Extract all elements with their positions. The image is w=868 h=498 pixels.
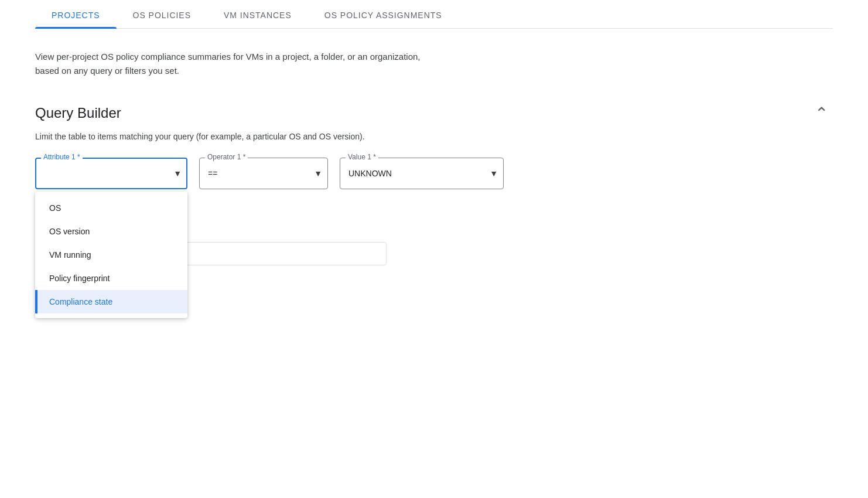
operator1-label: Operator 1 * — [205, 153, 248, 161]
tab-os-policies[interactable]: OS POLICIES — [117, 0, 207, 28]
dropdown-item-os[interactable]: OS — [35, 196, 187, 220]
dropdown-item-vm-running[interactable]: VM running — [35, 243, 187, 267]
attribute1-select[interactable] — [35, 158, 187, 189]
page-description: View per-project OS policy compliance su… — [35, 50, 445, 78]
query-builder-description: Limit the table to items matching your q… — [35, 132, 833, 141]
selected-bar — [35, 290, 37, 313]
value1-select-wrapper: UNKNOWN ▼ — [340, 158, 504, 189]
dropdown-item-policy-fingerprint[interactable]: Policy fingerprint — [35, 267, 187, 290]
attribute1-select-wrapper: ▼ OS OS version VM running Pol — [35, 158, 187, 189]
tab-vm-instances[interactable]: VM INSTANCES — [207, 0, 308, 28]
tab-os-policy-assignments[interactable]: OS POLICY ASSIGNMENTS — [308, 0, 459, 28]
value1-select[interactable]: UNKNOWN — [340, 158, 504, 189]
query-builder-header: Query Builder ⌃ — [35, 101, 833, 125]
operator1-select[interactable]: == — [199, 158, 328, 189]
collapse-icon[interactable]: ⌃ — [809, 101, 833, 125]
value1-field-group: Value 1 * UNKNOWN ▼ — [340, 158, 504, 189]
operator1-select-wrapper: == ▼ — [199, 158, 328, 189]
main-tabs: PROJECTS OS POLICIES VM INSTANCES OS POL… — [35, 0, 833, 29]
attribute1-field-group: Attribute 1 * ▼ OS OS version VM running — [35, 158, 187, 189]
operator1-field-group: Operator 1 * == ▼ — [199, 158, 328, 189]
dropdown-item-compliance-state[interactable]: Compliance state — [35, 290, 187, 313]
query-builder-title: Query Builder — [35, 105, 121, 121]
attribute1-dropdown-menu: OS OS version VM running Policy fingerpr… — [35, 192, 187, 318]
tab-projects[interactable]: PROJECTS — [35, 0, 117, 28]
query-builder-section: Query Builder ⌃ Limit the table to items… — [35, 101, 833, 265]
value1-label: Value 1 * — [346, 153, 378, 161]
attribute1-label: Attribute 1 * — [41, 153, 83, 161]
query-form-row: Attribute 1 * ▼ OS OS version VM running — [35, 158, 833, 189]
dropdown-item-os-version[interactable]: OS version — [35, 220, 187, 243]
